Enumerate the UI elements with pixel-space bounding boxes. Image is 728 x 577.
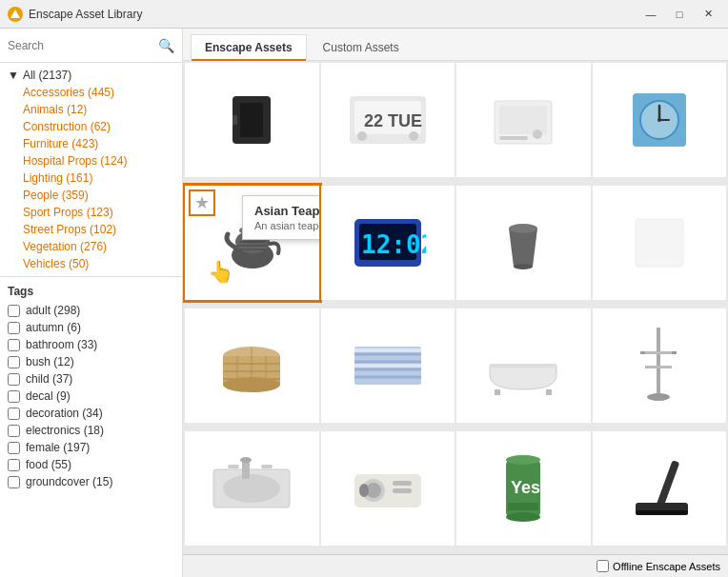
tree-item-1[interactable]: Animals (12) (0, 101, 182, 118)
asset-cell-10[interactable] (456, 308, 591, 423)
maximize-button[interactable]: □ (667, 5, 692, 24)
sidebar: 🔍 ▼All (2137) Accessories (445)Animals (… (0, 29, 183, 577)
svg-point-29 (514, 264, 533, 269)
asset-cell-9[interactable] (321, 308, 455, 423)
content-area: Enscape Assets Custom Assets (183, 29, 728, 577)
tag-item-1[interactable]: autumn (6) (0, 319, 182, 336)
asset-cell-0[interactable] (185, 63, 319, 177)
sidebar-scroll: ▼All (2137) Accessories (445)Animals (12… (0, 63, 182, 577)
svg-point-21 (248, 225, 257, 230)
tag-item-11[interactable]: hedge (5) (0, 490, 182, 492)
svg-rect-66 (393, 488, 412, 493)
search-icon: 🔍 (158, 38, 174, 53)
asset-cell-1[interactable]: 22 TUE (321, 63, 455, 177)
svg-point-8 (409, 131, 418, 141)
svg-rect-45 (354, 348, 421, 352)
tree-items: Accessories (445)Animals (12)Constructio… (0, 84, 182, 272)
svg-rect-30 (636, 219, 683, 267)
tag-checkbox-5[interactable] (8, 390, 20, 403)
tag-checkbox-1[interactable] (8, 322, 20, 334)
tag-item-9[interactable]: food (55) (0, 456, 182, 473)
tree-item-4[interactable]: Hospital Props (124) (0, 152, 182, 169)
svg-point-67 (359, 484, 369, 497)
asset-cell-14[interactable]: Yes (456, 431, 591, 546)
asset-grid: 22 TUE (183, 61, 728, 554)
svg-text:12:02: 12:02 (361, 230, 426, 259)
svg-point-7 (357, 131, 367, 141)
asset-cell-4[interactable]: ★ 👆 (185, 186, 319, 300)
minimize-button[interactable]: — (638, 5, 663, 24)
close-button[interactable]: ✕ (696, 5, 720, 24)
tag-item-2[interactable]: bathroom (33) (0, 336, 182, 353)
favorite-star-button[interactable]: ★ (189, 189, 215, 216)
tree-item-10[interactable]: Vehicles (50) (0, 255, 182, 272)
tag-checkbox-10[interactable] (8, 476, 20, 488)
tree-item-9[interactable]: Vegetation (276) (0, 238, 182, 255)
asset-cell-2[interactable] (456, 63, 591, 177)
svg-rect-50 (657, 328, 660, 399)
svg-rect-55 (672, 351, 677, 354)
tabs-bar: Enscape Assets Custom Assets (183, 29, 728, 61)
offline-label[interactable]: Offline Enscape Assets (597, 560, 720, 572)
tree-item-8[interactable]: Street Props (102) (0, 221, 182, 238)
asset-cell-6[interactable] (456, 186, 591, 300)
search-input[interactable] (8, 39, 158, 52)
tag-checkbox-3[interactable] (8, 356, 20, 368)
tree-item-0[interactable]: Accessories (445) (0, 84, 182, 101)
tag-item-7[interactable]: electronics (18) (0, 422, 182, 439)
svg-marker-0 (10, 10, 20, 18)
asset-cell-5[interactable]: 12:02 (321, 186, 455, 300)
tags-list: adult (298)autumn (6)bathroom (33)bush (… (0, 302, 182, 492)
tab-enscape-assets[interactable]: Enscape Assets (191, 34, 307, 61)
tag-item-3[interactable]: bush (12) (0, 353, 182, 370)
window-controls: — □ ✕ (638, 5, 720, 24)
svg-rect-46 (354, 364, 421, 368)
svg-point-59 (240, 457, 252, 463)
asset-cell-11[interactable] (593, 308, 727, 423)
svg-rect-52 (645, 366, 672, 368)
tree-item-5[interactable]: Lighting (161) (0, 169, 182, 187)
tag-item-0[interactable]: adult (298) (0, 302, 182, 319)
search-box: 🔍 (0, 29, 182, 63)
svg-point-69 (506, 455, 540, 465)
svg-rect-12 (499, 136, 528, 140)
tree-item-3[interactable]: Furniture (423) (0, 135, 182, 152)
tag-checkbox-8[interactable] (8, 442, 20, 454)
titlebar: Enscape Asset Library — □ ✕ (0, 0, 728, 29)
svg-rect-73 (656, 460, 679, 507)
tags-header: Tags (0, 281, 182, 302)
asset-cell-12[interactable] (185, 431, 319, 546)
tree-root-all[interactable]: ▼All (2137) (0, 67, 182, 84)
tree-item-6[interactable]: People (359) (0, 187, 182, 204)
asset-cell-8[interactable] (185, 308, 319, 423)
tree-item-7[interactable]: Sport Props (123) (0, 204, 182, 221)
tag-item-6[interactable]: decoration (34) (0, 405, 182, 422)
svg-point-28 (509, 224, 537, 233)
tag-checkbox-4[interactable] (8, 373, 20, 386)
tags-section: Tags adult (298)autumn (6)bathroom (33)b… (0, 276, 182, 496)
asset-cell-3[interactable] (593, 63, 727, 177)
tag-item-5[interactable]: decal (9) (0, 388, 182, 405)
tag-item-4[interactable]: child (37) (0, 370, 182, 388)
asset-cell-7[interactable] (593, 186, 727, 300)
offline-checkbox[interactable] (597, 560, 609, 572)
svg-point-70 (506, 512, 540, 522)
app-icon (8, 7, 23, 22)
tab-custom-assets[interactable]: Custom Assets (309, 34, 414, 60)
tag-checkbox-2[interactable] (8, 339, 20, 351)
svg-rect-49 (546, 389, 552, 395)
svg-point-11 (533, 129, 542, 139)
tag-checkbox-9[interactable] (8, 459, 20, 471)
tree-item-2[interactable]: Construction (62) (0, 118, 182, 135)
svg-rect-2 (240, 103, 263, 137)
asset-cell-13[interactable] (321, 431, 455, 546)
svg-rect-60 (228, 465, 239, 468)
svg-rect-54 (640, 351, 645, 354)
tag-item-8[interactable]: female (197) (0, 439, 182, 456)
svg-rect-51 (645, 351, 672, 354)
tag-checkbox-0[interactable] (8, 305, 20, 317)
tag-checkbox-7[interactable] (8, 425, 20, 437)
asset-cell-15[interactable] (593, 431, 727, 546)
tag-checkbox-6[interactable] (8, 408, 20, 420)
tag-item-10[interactable]: groundcover (15) (0, 473, 182, 490)
